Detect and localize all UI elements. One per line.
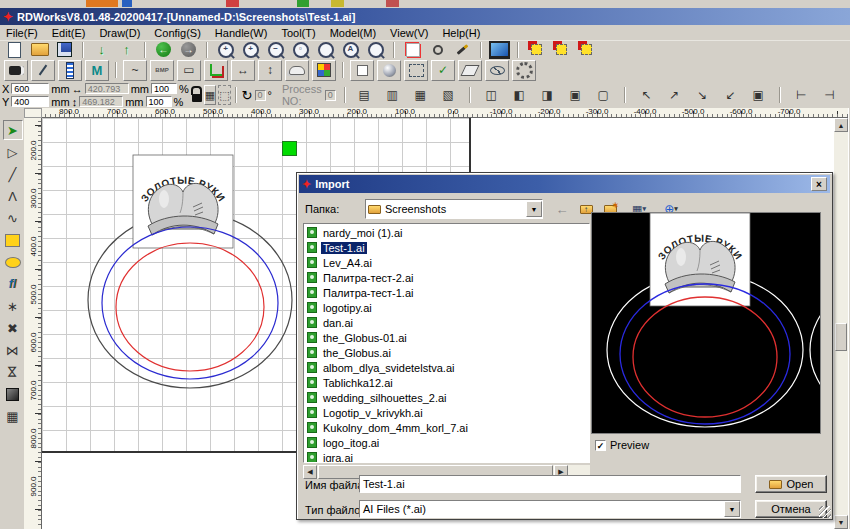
zoom-selection-icon[interactable] [215,41,236,58]
inner-ellipse[interactable] [116,243,264,371]
file-item[interactable]: Logotip_v_krivykh.ai [304,405,589,420]
dialog-title-bar[interactable]: ✦ Import × [299,175,830,193]
weld-1-icon[interactable] [354,87,375,104]
file-item[interactable]: logo_itog.ai [304,435,589,450]
file-item[interactable]: Lev_A4.ai [304,255,589,270]
scroll-left-icon[interactable]: ◀ [303,465,317,479]
cloud-output-icon[interactable] [285,60,309,81]
width-input[interactable]: 420.793 [85,83,129,94]
frame-tool-icon[interactable] [177,60,201,81]
canvas-vertical-scrollbar[interactable]: ▲ ▼ [834,118,848,529]
logo-image[interactable] [133,155,233,248]
menu-item-handle[interactable]: Handle(W) [215,27,268,39]
scrollbar-thumb[interactable] [835,323,847,351]
folder-dropdown-icon[interactable]: ▼ [526,201,542,217]
new-file-icon[interactable] [4,41,25,58]
output-preview-c-icon[interactable] [576,41,597,58]
align-right-icon[interactable] [819,87,840,104]
green-marker-square[interactable] [282,141,297,156]
mirror-h-tool-icon[interactable] [3,340,23,360]
menu-item-draw[interactable]: Draw(D) [99,27,140,39]
file-list[interactable]: nardy_moi (1).aiTest-1.aiLev_A4.aiПалитр… [303,223,590,463]
size-shrink-v-icon[interactable] [509,87,530,104]
size-full-icon[interactable] [593,87,614,104]
rotate-input[interactable]: 0 [255,90,266,101]
menu-item-help[interactable]: Help(H) [442,27,480,39]
file-item[interactable]: dan.ai [304,315,589,330]
middle-ellipse[interactable] [102,227,278,379]
marquee-select-icon[interactable] [404,60,428,81]
corner-center-icon[interactable] [748,87,769,104]
x-input[interactable]: 600 [11,83,49,94]
file-item[interactable]: igra.ai [304,450,589,463]
paste-array-button[interactable]: ⬚ [218,85,230,105]
lock-ratio-icon[interactable] [192,85,202,105]
ruler-tool-icon[interactable] [58,60,82,81]
file-item[interactable]: wedding_silhouettes_2.ai [304,390,589,405]
file-item[interactable]: Kukolny_dom_4mm_korl_7.ai [304,420,589,435]
process-no-input[interactable]: 0 [325,90,336,101]
polyline-tool-icon[interactable] [3,186,23,206]
size-height-icon[interactable] [565,87,586,104]
double-check-icon[interactable] [431,60,455,81]
weld-2-icon[interactable] [382,87,403,104]
corner-top-left-icon[interactable] [636,87,657,104]
scroll-down-icon[interactable]: ▼ [834,515,848,529]
height-input[interactable]: 469.182 [79,96,123,107]
output-preview-a-icon[interactable] [526,41,547,58]
filetype-combobox[interactable]: AI Files (*.ai) ▼ [359,500,741,518]
rotate-icon[interactable]: ↻ [242,88,253,103]
grid-snap-button[interactable]: ▦ [204,85,216,105]
menu-item-model[interactable]: Model(M) [330,27,376,39]
file-item[interactable]: Палитра-тест-1.ai [304,285,589,300]
corner-top-right-icon[interactable] [664,87,685,104]
curve-tool-icon[interactable] [123,60,147,81]
pen-edit-icon[interactable] [452,41,473,58]
file-item[interactable]: logotipy.ai [304,300,589,315]
weld-3-icon[interactable] [410,87,431,104]
file-item[interactable]: the_Globus-01.ai [304,330,589,345]
pick-tool-icon[interactable] [31,60,55,81]
point-tool-icon[interactable] [427,41,448,58]
filetype-dropdown-icon[interactable]: ▼ [724,501,740,517]
knife-tool-icon[interactable] [458,60,482,81]
size-shrink-h-icon[interactable] [481,87,502,104]
file-item[interactable]: nardy_moi (1).ai [304,225,589,240]
scroll-up-icon[interactable]: ▲ [834,118,848,132]
size-width-icon[interactable] [537,87,558,104]
material-library-icon[interactable] [85,60,109,81]
zoom-in-icon[interactable] [240,41,261,58]
menu-item-tool[interactable]: Tool(T) [281,27,315,39]
preview-checkbox[interactable]: ✓ [595,440,606,451]
menu-item-file[interactable]: File(F) [6,27,38,39]
folder-combobox[interactable]: Screenshots ▼ [365,199,543,219]
preview-checkbox-row[interactable]: ✓ Preview [595,439,649,451]
file-item[interactable]: Tablichka12.ai [304,375,589,390]
scale-x-input[interactable]: 100 [151,83,177,94]
file-item[interactable]: Test-1.ai [304,240,589,255]
corner-bottom-right-icon[interactable] [692,87,713,104]
resize-grip[interactable] [819,506,831,518]
cancel-button[interactable]: Отмена [755,500,827,518]
output-preview-b-icon[interactable] [551,41,572,58]
back-icon[interactable]: ← [551,199,573,219]
zoom-all-icon[interactable] [340,41,361,58]
curve-tool-icon[interactable] [3,208,23,228]
redo-icon[interactable] [178,41,199,58]
line-tool-icon[interactable] [3,164,23,184]
menu-item-view[interactable]: View(V) [390,27,428,39]
file-item[interactable]: the_Globus.ai [304,345,589,360]
menu-item-config[interactable]: Config(S) [154,27,200,39]
align-left-icon[interactable] [791,87,812,104]
export-icon[interactable] [116,41,137,58]
zoom-lens-icon[interactable] [315,41,336,58]
render-ball-icon[interactable] [377,60,401,81]
corner-bottom-left-icon[interactable] [720,87,741,104]
enable-checkbox-icon[interactable] [350,60,374,81]
frame-select-icon[interactable] [402,41,423,58]
gear-settings-icon[interactable] [512,60,536,81]
node-tool-icon[interactable] [204,60,228,81]
hide-eye-icon[interactable] [485,60,509,81]
mirror-v-tool-icon[interactable] [3,362,23,382]
node-edit-tool-icon[interactable] [3,142,23,162]
